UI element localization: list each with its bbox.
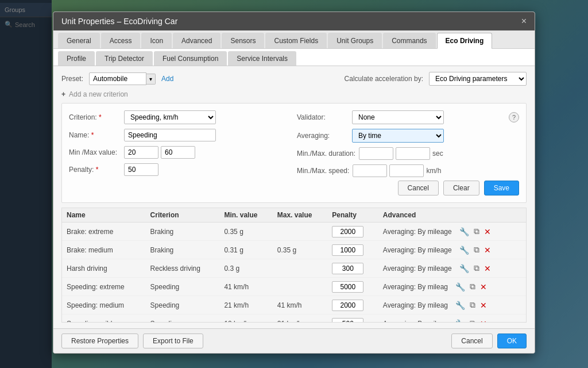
validator-select[interactable]: None (352, 110, 444, 124)
delete-icon[interactable]: ✕ (483, 263, 492, 274)
tab-sensors[interactable]: Sensors (222, 33, 264, 48)
preset-select-box[interactable]: Automobile (89, 72, 146, 85)
advanced-label: Averaging: By mileag (383, 320, 448, 323)
actions-cell: Averaging: By mileag 🔧 ⧉ ✕ (383, 317, 521, 323)
penalty-input[interactable] (124, 163, 158, 176)
edit-icon[interactable]: 🔧 (458, 263, 470, 274)
export-button[interactable]: Export to File (143, 334, 203, 348)
copy-icon[interactable]: ⧉ (473, 225, 481, 237)
cell-min-value: 0.35 g (219, 223, 272, 241)
help-icon[interactable]: ? (509, 112, 519, 122)
cell-min-value: 0.3 g (219, 259, 272, 278)
averaging-field-row: Averaging: By time (297, 129, 519, 143)
tab-eco-driving[interactable]: Eco Driving (437, 33, 493, 49)
copy-icon[interactable]: ⧉ (469, 281, 477, 293)
actions-cell: Averaging: By mileage 🔧 ⧉ ✕ (383, 244, 521, 256)
averaging-select[interactable]: By time (352, 129, 444, 143)
tab-unit-groups[interactable]: Unit Groups (328, 33, 382, 48)
delete-icon[interactable]: ✕ (479, 318, 488, 323)
actions-cell: Averaging: By mileag 🔧 ⧉ ✕ (383, 299, 521, 311)
form-area: Criterion: * Speeding, km/h Name: * (61, 103, 527, 203)
tab-advanced[interactable]: Advanced (173, 33, 220, 48)
cell-advanced: Averaging: By mileag 🔧 ⧉ ✕ (378, 315, 526, 323)
penalty-cell-input[interactable] (332, 244, 363, 256)
save-button[interactable]: Save (484, 181, 519, 195)
copy-icon[interactable]: ⧉ (469, 317, 477, 323)
delete-icon[interactable]: ✕ (483, 244, 492, 256)
clear-button[interactable]: Clear (443, 181, 479, 195)
duration-label: Min./Max. duration: (297, 150, 355, 158)
duration-inputs: sec (359, 147, 443, 160)
edit-icon[interactable]: 🔧 (458, 226, 470, 237)
delete-icon[interactable]: ✕ (479, 281, 488, 293)
table-row: Speeding: mild Speeding 10 km/h 21 km/h … (62, 315, 526, 323)
minmax-inputs (124, 146, 195, 159)
penalty-cell-input[interactable] (332, 318, 363, 323)
col-name: Name (62, 208, 146, 223)
copy-icon[interactable]: ⧉ (469, 299, 477, 311)
min-input[interactable] (124, 146, 158, 159)
cell-max-value (273, 223, 328, 241)
speed-max-input[interactable] (389, 164, 424, 177)
restore-button[interactable]: Restore Properties (61, 334, 138, 348)
add-criterion-row[interactable]: + Add a new criterion (61, 90, 527, 98)
tab-service-intervals[interactable]: Service Intervals (228, 51, 296, 66)
cell-name: Speeding: mild (62, 315, 146, 323)
cell-criterion: Braking (146, 241, 220, 259)
preset-select-arrow[interactable]: ▾ (146, 74, 156, 85)
edit-icon[interactable]: 🔧 (454, 318, 466, 323)
speed-label: Min./Max. speed: (297, 167, 349, 175)
modal-overlay: Unit Properties – EcoDriving Car × Gener… (0, 0, 588, 368)
penalty-cell-input[interactable] (332, 281, 363, 293)
max-input[interactable] (161, 146, 195, 159)
edit-icon[interactable]: 🔧 (454, 281, 466, 293)
edit-icon[interactable]: 🔧 (458, 244, 470, 256)
tab-access[interactable]: Access (101, 33, 141, 48)
cell-penalty (327, 296, 378, 315)
name-required: * (91, 131, 94, 139)
preset-label: Preset: (61, 75, 83, 83)
tab-general[interactable]: General (58, 33, 100, 48)
actions-cell: Averaging: By mileage 🔧 ⧉ ✕ (383, 262, 521, 274)
tab-icon[interactable]: Icon (141, 33, 172, 48)
cell-name: Speeding: medium (62, 296, 146, 315)
tab-custom-fields[interactable]: Custom Fields (265, 33, 327, 48)
cell-criterion: Reckless driving (146, 259, 220, 278)
cell-penalty (327, 315, 378, 323)
delete-icon[interactable]: ✕ (479, 300, 488, 311)
speed-min-input[interactable] (353, 164, 387, 177)
col-advanced: Advanced (378, 208, 526, 223)
footer-right: Cancel OK (451, 334, 527, 348)
duration-min-input[interactable] (359, 147, 393, 160)
copy-icon[interactable]: ⧉ (473, 262, 481, 274)
data-table-container: Name Criterion Min. value Max. value Pen… (61, 208, 527, 323)
calc-acceleration-dropdown[interactable]: Eco Driving parameters (429, 72, 527, 86)
delete-icon[interactable]: ✕ (483, 226, 492, 237)
penalty-cell-input[interactable] (332, 263, 363, 274)
cell-max-value (273, 278, 328, 296)
edit-icon[interactable]: 🔧 (454, 300, 466, 311)
tab-profile[interactable]: Profile (58, 51, 95, 66)
name-input[interactable]: Speeding (124, 129, 216, 141)
cancel-button[interactable]: Cancel (398, 181, 439, 195)
add-criterion-label: Add a new criterion (69, 90, 128, 98)
speed-unit: km/h (426, 167, 441, 175)
advanced-label: Averaging: By mileag (383, 283, 448, 291)
penalty-cell-input[interactable] (332, 226, 363, 237)
tab-fuel-consumption[interactable]: Fuel Consumption (154, 51, 227, 66)
footer-ok-button[interactable]: OK (497, 334, 527, 348)
footer-cancel-button[interactable]: Cancel (451, 334, 492, 348)
penalty-cell-input[interactable] (332, 300, 363, 311)
criterion-select[interactable]: Speeding, km/h (124, 110, 216, 124)
copy-icon[interactable]: ⧉ (473, 244, 481, 256)
modal-close-button[interactable]: × (521, 17, 527, 26)
duration-max-input[interactable] (396, 147, 430, 160)
tab-commands[interactable]: Commands (383, 33, 435, 48)
preset-add-link[interactable]: Add (161, 75, 173, 83)
penalty-field-row: Penalty: * (69, 163, 291, 176)
calc-acceleration-label: Calculate acceleration by: (345, 75, 423, 83)
criterion-label: Criterion: * (69, 113, 121, 121)
tab-trip-detector[interactable]: Trip Detector (96, 51, 153, 66)
speed-inputs: km/h (353, 164, 441, 177)
modal-body: Preset: Automobile ▾ Add Calculate accel… (53, 66, 535, 328)
